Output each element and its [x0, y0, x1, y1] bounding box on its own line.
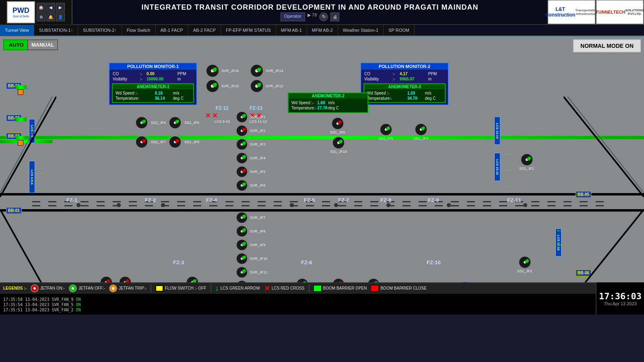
zone-fz11: FZ-11	[507, 197, 521, 203]
fan-ss2-jf8-icon[interactable]	[168, 135, 182, 149]
tab-substation-2[interactable]: SUBSTATION-2 ↑	[78, 25, 122, 36]
log-1-time: 17:35:58	[3, 297, 23, 302]
log-3-device: SVR_FAN_2	[52, 308, 73, 312]
legend-jetfan-on: JETFAN ON:-	[31, 284, 65, 292]
fan-svr-jf2-icon[interactable]	[235, 124, 248, 137]
anem3-ws-unit: m/s	[424, 90, 443, 96]
fan-ss1-jf1-area: SS1_JF1	[519, 153, 534, 171]
fan-svr-jf10-icon[interactable]	[235, 252, 248, 265]
fan-row-jf10: SVR_JF10	[235, 252, 268, 265]
fan-row-jf9: SVR_JF9	[235, 239, 268, 251]
road-dot-8	[523, 203, 527, 207]
user-icon[interactable]: 👤	[56, 12, 65, 21]
fan-svr-jf9-icon[interactable]	[235, 239, 248, 251]
lcs-red-x-icon: ✕	[264, 284, 270, 293]
svg-point-95	[72, 287, 74, 290]
anem1-title: ANEMOMETER-1	[113, 84, 193, 89]
log-2-device: SVR_FAN_5	[52, 302, 73, 307]
anem2-ws-label: Wd Speed :-	[291, 101, 316, 105]
tab-tunnel-view[interactable]: Tunnel View	[0, 25, 34, 36]
fan-ss2-jf7-icon[interactable]	[135, 135, 149, 149]
auto-button[interactable]: AUTO	[3, 39, 29, 50]
tab-mfm-ab1[interactable]: MFM AB-1	[276, 25, 307, 36]
tab-ab1-facp[interactable]: AB-1 FACP	[156, 25, 188, 36]
fz12-label: FZ-12	[205, 105, 239, 111]
tab-ab2-facp[interactable]: AB-2 FACP	[188, 25, 221, 36]
legend-lcs-red: ✕ LCS RED CROSS	[264, 284, 305, 293]
lcs9-10-indicators: ✕ ✕	[205, 112, 239, 119]
fan-ss1-jf9-icon[interactable]	[331, 117, 345, 130]
fan-svr-jf4-icon[interactable]	[235, 152, 248, 165]
tab-fp-efp-mfm[interactable]: FP-EFP MFM STATUS	[221, 25, 276, 36]
fan-svr-jf8-icon[interactable]	[235, 225, 248, 238]
tab-mfm-ab2[interactable]: MFM AB-2	[307, 25, 338, 36]
pm1-co-unit: PPM	[177, 71, 194, 76]
anem3-temp-unit: deg C	[424, 96, 443, 101]
fan-svr-jf15-icon[interactable]	[205, 79, 220, 93]
fan-svr-jf15-label: SVR_JF15	[221, 84, 239, 88]
fan-svr-jf7-icon[interactable]	[235, 211, 248, 224]
legend-lcs-green-label: LCS GREEN ARROW	[221, 286, 260, 290]
fan-ss1-jf5-icon[interactable]	[379, 123, 393, 136]
anem3-ws-value: 1.03	[407, 90, 424, 96]
svg-line-90	[568, 97, 644, 193]
fan-svr-jf6-icon[interactable]	[235, 179, 248, 192]
log-1-device: SVR_FAN_9	[52, 297, 73, 302]
fan-ss1-jf10-icon[interactable]	[332, 136, 345, 150]
home-icon[interactable]: 🏠	[37, 3, 45, 12]
svg-point-93	[33, 287, 36, 290]
fan-svr-jf13-icon[interactable]	[250, 79, 264, 93]
pm2-co-value: 4.17	[399, 71, 427, 76]
tab-flow-switch[interactable]: Flow Switch	[122, 25, 156, 36]
legend-jetfan-trip: JETFAN TRIP:-	[109, 284, 147, 292]
lcs9-x-mark: ✕	[205, 112, 211, 119]
fan-svr-jf5-icon[interactable]	[235, 165, 248, 178]
zone-fz8: FZ-8	[380, 197, 391, 203]
road-dot-1	[76, 203, 80, 207]
fan-ss1-jf3-icon[interactable]	[414, 123, 428, 136]
back-icon[interactable]: ◀	[46, 3, 55, 12]
fan-svr-jf8-label: SVR_JF8	[250, 229, 266, 233]
zone-fz3: FZ-3	[173, 259, 184, 265]
refresh-icon[interactable]: ↻	[319, 12, 328, 21]
fan-ss1-jf1-icon[interactable]	[520, 153, 534, 167]
fan-ss2-jf4-icon[interactable]	[135, 116, 149, 130]
fan-svr-jf1-icon[interactable]	[235, 111, 248, 123]
ss2-fan-row-upper: SS2_JF4 SS2_JF6	[135, 116, 199, 130]
fan-svr-jf11-icon[interactable]	[235, 266, 248, 279]
tab-substation-1[interactable]: SUBSTATION-1 ↑	[34, 25, 78, 36]
arrow-green-left-2: ←	[555, 239, 564, 250]
log-entry-2: 17:35:54 13-04-2023 SVR_FAN_5 ON	[3, 302, 641, 307]
print-icon[interactable]: 🖨	[330, 12, 339, 21]
road-dot-7	[447, 203, 451, 207]
pm1-co-value: 0.00	[146, 71, 177, 76]
pm1-vis-value: 10000.00	[146, 76, 177, 82]
tab-sp-room[interactable]: SP ROOM	[384, 25, 415, 36]
barrier-orange-bb04	[18, 89, 23, 95]
lcs-15-16: LCS 15-16	[494, 153, 500, 181]
fan-row-jf1: SVR_JF1	[235, 111, 266, 123]
fan-ss1-jf2-area: SS1_JF2	[517, 255, 532, 273]
anem3-temp-value: 34.70	[407, 96, 424, 101]
pm1-co-label: CO	[112, 71, 139, 76]
log-clock-area: 17:35:58 13-04-2023 SVR_FAN_9 ON 17:35:5…	[0, 294, 644, 315]
fwd-icon[interactable]: ▶	[56, 3, 65, 12]
anem3-ws-label: Wd Speed :-	[366, 90, 407, 96]
lcs-green-arrow-icon: ↓	[215, 284, 219, 292]
pm1-vis-label: Visibility	[112, 76, 139, 82]
fan-ss1-jf9-area: SS1_JF9	[330, 117, 345, 134]
arrow-green-4: →	[504, 149, 513, 159]
manual-button[interactable]: MANUAL	[27, 39, 58, 50]
fan-svr-jf16-icon[interactable]	[205, 64, 220, 78]
tab-weather-station[interactable]: Weather Station-1	[338, 25, 384, 36]
fan-ss2-jf6-icon[interactable]	[168, 116, 182, 130]
alarm-icon[interactable]: 🔔	[46, 12, 55, 21]
legend-flow-switch-label: FLOW SWITCH :- OFF	[165, 286, 206, 290]
clock-date: Thu Apr 13 2023	[604, 301, 636, 306]
fan-ss1-jf2-icon[interactable]	[518, 255, 532, 269]
svg-line-89	[564, 97, 644, 197]
fan-svr-jf14-icon[interactable]	[250, 64, 264, 78]
fan-svr-jf3-icon[interactable]	[235, 138, 248, 151]
settings-icon[interactable]: ⚙	[37, 12, 45, 21]
fan-svr-jf11-label: SVR_JF11	[250, 270, 268, 274]
